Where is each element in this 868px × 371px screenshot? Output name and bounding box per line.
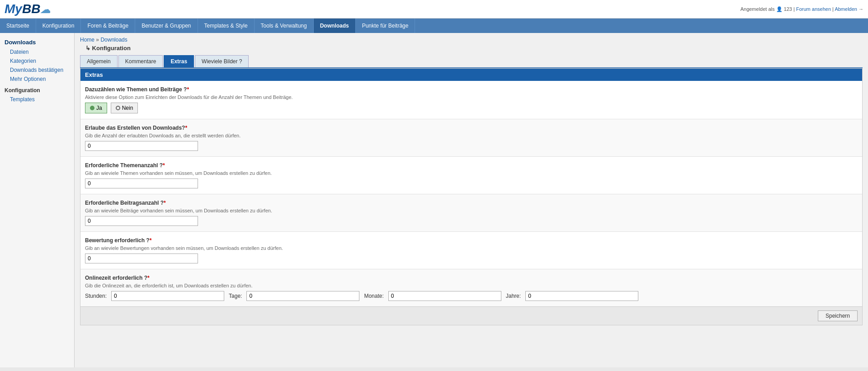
sidebar-heading: Downloads	[0, 35, 74, 47]
logo-my: My	[5, 2, 22, 16]
fields-container: Dazuzählen wie Themen und Beiträge ?*Akt…	[80, 81, 862, 306]
field-desc-required_ratings: Gib an wieviele Bewertungen vorhanden se…	[85, 245, 858, 251]
section-header: Extras	[80, 69, 862, 81]
inline-time-fields: Stunden:Tage:Monate:Jahre:	[85, 291, 858, 301]
username: 123	[784, 6, 792, 12]
required-marker: *	[163, 162, 165, 169]
tab-wieviele-bilder--[interactable]: Wieviele Bilder ?	[195, 55, 249, 67]
input-allow_create[interactable]	[85, 141, 198, 151]
field-label-count_themes: Dazuzählen wie Themen und Beiträge ?*	[85, 86, 858, 93]
sidebar-section2-heading: Konfiguration	[0, 84, 74, 95]
input-required_themes[interactable]	[85, 178, 198, 188]
logout-link[interactable]: Abmelden	[835, 6, 857, 12]
time-input-jahre[interactable]	[525, 291, 638, 301]
field-label-online_time: Onlinezeit erforderlich ?*	[85, 275, 858, 281]
radio-group-count_themes: JaNein	[85, 103, 858, 113]
sidebar-link-mehr-optionen[interactable]: Mehr Optionen	[0, 75, 74, 84]
field-label-required_ratings: Bewertung erforderlich ?*	[85, 237, 858, 244]
breadcrumb-home[interactable]: Home	[80, 37, 94, 43]
time-field-label: Monate:	[364, 293, 383, 299]
page-title: ↳ Konfiguration	[80, 45, 863, 52]
sidebar: Downloads DateienKategorienDownloads bes…	[0, 33, 75, 367]
input-required_ratings[interactable]	[85, 254, 198, 263]
sidebar-links: DateienKategorienDownloads bestätigenMeh…	[0, 47, 74, 84]
field-desc-online_time: Gib die Onlinezeit an, die erforderlich …	[85, 283, 858, 288]
content-box: Extras Dazuzählen wie Themen und Beiträg…	[80, 68, 863, 307]
logo-icon: ☁	[40, 4, 50, 15]
sidebar-link-templates[interactable]: Templates	[0, 95, 74, 104]
field-desc-required_themes: Gib an wieviele Themen vorhanden sein mü…	[85, 170, 858, 176]
breadcrumb-sep: »	[96, 37, 99, 43]
radio-label-ja: Ja	[96, 105, 102, 111]
form-row-required_ratings: Bewertung erforderlich ?*Gib an wieviele…	[80, 232, 862, 269]
tab-allgemein[interactable]: Allgemein	[80, 55, 118, 67]
logo: MyBB☁	[5, 2, 50, 16]
topbar-right: Angemeldet als 👤 123 | Forum ansehen | A…	[741, 6, 863, 12]
form-row-allow_create: Erlaube das Erstellen von Downloads?*Gib…	[80, 119, 862, 157]
sidebar-link-kategorien[interactable]: Kategorien	[0, 56, 74, 66]
logo-bb: BB	[22, 2, 40, 16]
sidebar-link-dateien[interactable]: Dateien	[0, 47, 74, 56]
form-row-count_themes: Dazuzählen wie Themen und Beiträge ?*Akt…	[80, 81, 862, 119]
radio-label-nein: Nein	[122, 105, 133, 111]
breadcrumb: Home » Downloads	[80, 37, 863, 43]
radio-btn-ja[interactable]: Ja	[85, 103, 107, 113]
logged-in-label: Angemeldet als	[741, 6, 775, 12]
user-icon: 👤	[776, 6, 784, 12]
nav-item-downloads[interactable]: Downloads	[314, 19, 356, 33]
form-row-required_posts: Erforderliche Beitragsanzahl ?*Gib an wi…	[80, 194, 862, 232]
sidebar-link-downloads-best-tigen[interactable]: Downloads bestätigen	[0, 66, 74, 75]
time-field-label: Stunden:	[85, 293, 107, 299]
form-row-required_themes: Erforderliche Themenanzahl ?*Gib an wiev…	[80, 157, 862, 194]
field-label-allow_create: Erlaube das Erstellen von Downloads?*	[85, 125, 858, 131]
time-field-label: Tage:	[229, 293, 242, 299]
nav-item-punkte-f-r-beitr-ge[interactable]: Punkte für Beiträge	[356, 19, 415, 33]
radio-dot-ja	[90, 106, 94, 110]
time-input-monate[interactable]	[388, 291, 501, 301]
nav-item-startseite[interactable]: Startseite	[0, 19, 36, 33]
time-field-label: Jahre:	[506, 293, 521, 299]
nav-item-templates---style[interactable]: Templates & Style	[198, 19, 255, 33]
field-desc-count_themes: Aktiviere diese Option zum Einrichten de…	[85, 94, 858, 100]
required-marker: *	[185, 125, 187, 131]
form-row-online_time: Onlinezeit erforderlich ?*Gib die Online…	[80, 269, 862, 306]
field-label-required_themes: Erforderliche Themenanzahl ?*	[85, 162, 858, 169]
nav-item-benutzer---gruppen[interactable]: Benutzer & Gruppen	[135, 19, 198, 33]
sidebar-links2: Templates	[0, 95, 74, 104]
field-desc-allow_create: Gib die Anzahl der erlaubten Downloads a…	[85, 133, 858, 138]
nav-item-foren---beitr-ge[interactable]: Foren & Beiträge	[81, 19, 135, 33]
time-input-tage[interactable]	[246, 291, 359, 301]
nav-item-tools---verwaltung[interactable]: Tools & Verwaltung	[255, 19, 314, 33]
navbar: StartseiteKonfigurationForen & BeiträgeB…	[0, 19, 868, 33]
main-content: Home » Downloads ↳ Konfiguration Allgeme…	[75, 33, 868, 367]
field-desc-required_posts: Gib an wieviele Beiträge vorhanden sein …	[85, 208, 858, 213]
tabs: AllgemeinKommentareExtrasWieviele Bilder…	[80, 55, 863, 68]
tab-kommentare[interactable]: Kommentare	[118, 55, 163, 67]
tab-extras[interactable]: Extras	[164, 55, 194, 67]
radio-btn-nein[interactable]: Nein	[111, 103, 138, 113]
required-marker: *	[187, 86, 189, 93]
save-bar: Speichern	[80, 307, 863, 325]
forum-link[interactable]: Forum ansehen	[796, 6, 831, 12]
save-button[interactable]: Speichern	[818, 310, 858, 321]
layout: Downloads DateienKategorienDownloads bes…	[0, 33, 868, 367]
logout-arrow: →	[859, 6, 863, 12]
radio-dot-nein	[116, 106, 120, 110]
input-required_posts[interactable]	[85, 216, 198, 226]
required-marker: *	[150, 237, 152, 244]
required-marker: *	[164, 200, 166, 206]
field-label-required_posts: Erforderliche Beitragsanzahl ?*	[85, 200, 858, 206]
topbar: MyBB☁ Angemeldet als 👤 123 | Forum anseh…	[0, 0, 868, 19]
time-input-stunden[interactable]	[111, 291, 224, 301]
nav-item-konfiguration[interactable]: Konfiguration	[36, 19, 81, 33]
breadcrumb-downloads[interactable]: Downloads	[100, 37, 127, 43]
required-marker: *	[147, 275, 150, 281]
